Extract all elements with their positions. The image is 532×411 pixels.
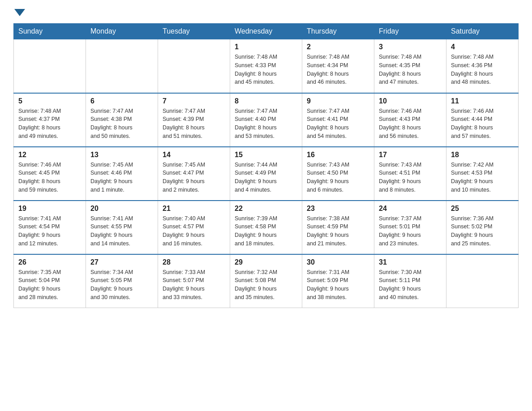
day-number: 15 — [235, 151, 297, 159]
calendar-cell: 14Sunrise: 7:45 AMSunset: 4:47 PMDayligh… — [158, 147, 230, 201]
sun-info: Sunrise: 7:39 AMSunset: 4:58 PMDaylight:… — [235, 214, 297, 248]
calendar-week-row: 5Sunrise: 7:48 AMSunset: 4:37 PMDaylight… — [14, 93, 519, 147]
sun-info: Sunrise: 7:48 AMSunset: 4:35 PMDaylight:… — [379, 53, 442, 86]
day-number: 19 — [18, 205, 81, 213]
sun-info: Sunrise: 7:48 AMSunset: 4:33 PMDaylight:… — [235, 53, 297, 86]
calendar-cell: 11Sunrise: 7:46 AMSunset: 4:44 PMDayligh… — [446, 93, 519, 147]
calendar-cell: 2Sunrise: 7:48 AMSunset: 4:34 PMDaylight… — [302, 39, 374, 93]
calendar-cell: 17Sunrise: 7:43 AMSunset: 4:51 PMDayligh… — [374, 147, 446, 201]
logo-arrow-icon — [14, 9, 25, 16]
sun-info: Sunrise: 7:47 AMSunset: 4:40 PMDaylight:… — [235, 107, 297, 141]
calendar-cell: 20Sunrise: 7:41 AMSunset: 4:55 PMDayligh… — [86, 201, 158, 254]
calendar-cell: 5Sunrise: 7:48 AMSunset: 4:37 PMDaylight… — [14, 93, 86, 147]
calendar-cell: 29Sunrise: 7:32 AMSunset: 5:08 PMDayligh… — [230, 254, 302, 308]
sun-info: Sunrise: 7:38 AMSunset: 4:59 PMDaylight:… — [307, 214, 369, 248]
sun-info: Sunrise: 7:47 AMSunset: 4:41 PMDaylight:… — [307, 107, 369, 141]
sun-info: Sunrise: 7:37 AMSunset: 5:01 PMDaylight:… — [379, 214, 442, 248]
calendar-cell: 24Sunrise: 7:37 AMSunset: 5:01 PMDayligh… — [374, 201, 446, 254]
calendar-cell: 25Sunrise: 7:36 AMSunset: 5:02 PMDayligh… — [446, 201, 519, 254]
day-number: 10 — [379, 97, 442, 105]
calendar-week-row: 1Sunrise: 7:48 AMSunset: 4:33 PMDaylight… — [14, 39, 519, 93]
day-number: 4 — [451, 43, 514, 51]
calendar-cell: 10Sunrise: 7:46 AMSunset: 4:43 PMDayligh… — [374, 93, 446, 147]
sun-info: Sunrise: 7:46 AMSunset: 4:45 PMDaylight:… — [18, 161, 81, 194]
sun-info: Sunrise: 7:46 AMSunset: 4:44 PMDaylight:… — [451, 107, 514, 141]
sun-info: Sunrise: 7:44 AMSunset: 4:49 PMDaylight:… — [235, 161, 297, 194]
calendar-cell: 16Sunrise: 7:43 AMSunset: 4:50 PMDayligh… — [302, 147, 374, 201]
day-number: 21 — [163, 205, 225, 213]
column-header-saturday: Saturday — [446, 24, 519, 39]
calendar-cell: 3Sunrise: 7:48 AMSunset: 4:35 PMDaylight… — [374, 39, 446, 93]
calendar-cell: 18Sunrise: 7:42 AMSunset: 4:53 PMDayligh… — [446, 147, 519, 201]
logo — [13, 9, 26, 16]
day-number: 17 — [379, 151, 442, 159]
day-number: 20 — [90, 205, 153, 213]
calendar-cell — [14, 39, 86, 93]
sun-info: Sunrise: 7:46 AMSunset: 4:43 PMDaylight:… — [379, 107, 442, 141]
day-number: 31 — [379, 258, 442, 266]
day-number: 8 — [235, 97, 297, 105]
day-number: 11 — [451, 97, 514, 105]
sun-info: Sunrise: 7:41 AMSunset: 4:54 PMDaylight:… — [18, 214, 81, 248]
calendar-cell: 4Sunrise: 7:48 AMSunset: 4:36 PMDaylight… — [446, 39, 519, 93]
day-number: 7 — [163, 97, 225, 105]
sun-info: Sunrise: 7:43 AMSunset: 4:51 PMDaylight:… — [379, 161, 442, 194]
day-number: 25 — [451, 205, 514, 213]
day-number: 28 — [163, 258, 225, 266]
sun-info: Sunrise: 7:31 AMSunset: 5:09 PMDaylight:… — [307, 268, 369, 302]
day-number: 26 — [18, 258, 81, 266]
day-number: 22 — [235, 205, 297, 213]
day-number: 14 — [163, 151, 225, 159]
column-header-friday: Friday — [374, 24, 446, 39]
day-number: 30 — [307, 258, 369, 266]
calendar-cell: 26Sunrise: 7:35 AMSunset: 5:04 PMDayligh… — [14, 254, 86, 308]
sun-info: Sunrise: 7:43 AMSunset: 4:50 PMDaylight:… — [307, 161, 369, 194]
sun-info: Sunrise: 7:45 AMSunset: 4:46 PMDaylight:… — [90, 161, 153, 194]
sun-info: Sunrise: 7:36 AMSunset: 5:02 PMDaylight:… — [451, 214, 514, 248]
sun-info: Sunrise: 7:47 AMSunset: 4:38 PMDaylight:… — [90, 107, 153, 141]
day-number: 12 — [18, 151, 81, 159]
sun-info: Sunrise: 7:41 AMSunset: 4:55 PMDaylight:… — [90, 214, 153, 248]
calendar-cell: 30Sunrise: 7:31 AMSunset: 5:09 PMDayligh… — [302, 254, 374, 308]
calendar-cell: 7Sunrise: 7:47 AMSunset: 4:39 PMDaylight… — [158, 93, 230, 147]
calendar-cell: 27Sunrise: 7:34 AMSunset: 5:05 PMDayligh… — [86, 254, 158, 308]
calendar-cell: 6Sunrise: 7:47 AMSunset: 4:38 PMDaylight… — [86, 93, 158, 147]
sun-info: Sunrise: 7:33 AMSunset: 5:07 PMDaylight:… — [163, 268, 225, 302]
calendar-cell: 1Sunrise: 7:48 AMSunset: 4:33 PMDaylight… — [230, 39, 302, 93]
sun-info: Sunrise: 7:32 AMSunset: 5:08 PMDaylight:… — [235, 268, 297, 302]
calendar-week-row: 19Sunrise: 7:41 AMSunset: 4:54 PMDayligh… — [14, 201, 519, 254]
calendar-cell: 28Sunrise: 7:33 AMSunset: 5:07 PMDayligh… — [158, 254, 230, 308]
page-header — [13, 9, 519, 16]
sun-info: Sunrise: 7:48 AMSunset: 4:34 PMDaylight:… — [307, 53, 369, 86]
sun-info: Sunrise: 7:48 AMSunset: 4:36 PMDaylight:… — [451, 53, 514, 86]
sun-info: Sunrise: 7:34 AMSunset: 5:05 PMDaylight:… — [90, 268, 153, 302]
day-number: 29 — [235, 258, 297, 266]
sun-info: Sunrise: 7:48 AMSunset: 4:37 PMDaylight:… — [18, 107, 81, 141]
calendar-header-row: SundayMondayTuesdayWednesdayThursdayFrid… — [14, 24, 519, 39]
day-number: 5 — [18, 97, 81, 105]
day-number: 18 — [451, 151, 514, 159]
calendar-cell: 15Sunrise: 7:44 AMSunset: 4:49 PMDayligh… — [230, 147, 302, 201]
sun-info: Sunrise: 7:45 AMSunset: 4:47 PMDaylight:… — [163, 161, 225, 194]
column-header-wednesday: Wednesday — [230, 24, 302, 39]
sun-info: Sunrise: 7:40 AMSunset: 4:57 PMDaylight:… — [163, 214, 225, 248]
day-number: 23 — [307, 205, 369, 213]
sun-info: Sunrise: 7:35 AMSunset: 5:04 PMDaylight:… — [18, 268, 81, 302]
calendar-cell: 31Sunrise: 7:30 AMSunset: 5:11 PMDayligh… — [374, 254, 446, 308]
calendar-week-row: 12Sunrise: 7:46 AMSunset: 4:45 PMDayligh… — [14, 147, 519, 201]
day-number: 2 — [307, 43, 369, 51]
day-number: 1 — [235, 43, 297, 51]
calendar-cell — [446, 254, 519, 308]
day-number: 13 — [90, 151, 153, 159]
calendar-cell: 8Sunrise: 7:47 AMSunset: 4:40 PMDaylight… — [230, 93, 302, 147]
day-number: 16 — [307, 151, 369, 159]
calendar-cell: 13Sunrise: 7:45 AMSunset: 4:46 PMDayligh… — [86, 147, 158, 201]
calendar-cell: 9Sunrise: 7:47 AMSunset: 4:41 PMDaylight… — [302, 93, 374, 147]
calendar-cell: 23Sunrise: 7:38 AMSunset: 4:59 PMDayligh… — [302, 201, 374, 254]
sun-info: Sunrise: 7:42 AMSunset: 4:53 PMDaylight:… — [451, 161, 514, 194]
day-number: 9 — [307, 97, 369, 105]
sun-info: Sunrise: 7:30 AMSunset: 5:11 PMDaylight:… — [379, 268, 442, 302]
calendar-table: SundayMondayTuesdayWednesdayThursdayFrid… — [13, 23, 519, 308]
day-number: 3 — [379, 43, 442, 51]
day-number: 6 — [90, 97, 153, 105]
